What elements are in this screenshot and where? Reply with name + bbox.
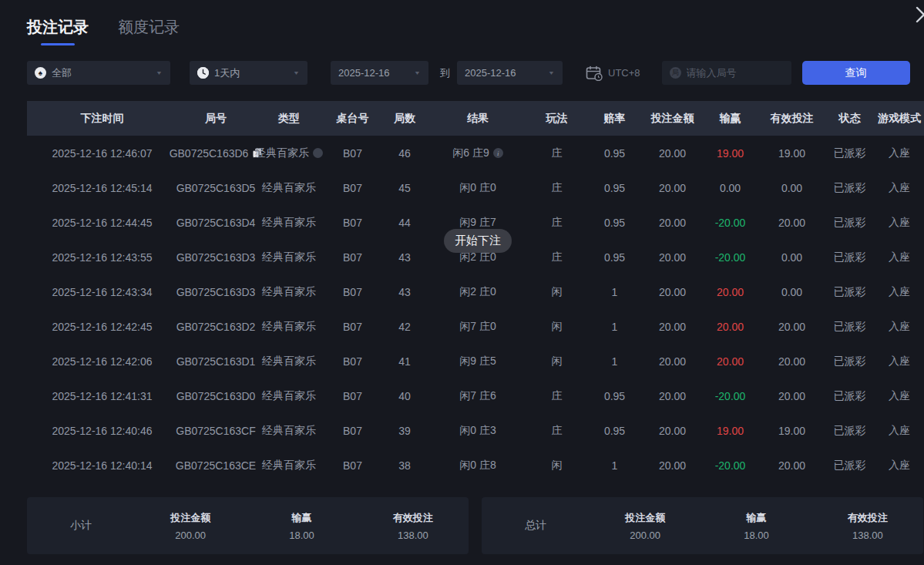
cell-valid-bet: 20.00 (759, 459, 825, 472)
cell-valid-bet: 20.00 (759, 390, 825, 402)
cell-valid-bet: 20.00 (759, 321, 825, 333)
game-type-select[interactable]: ♠ 全部 ▼ (27, 61, 170, 85)
cell-table-no: B07 (324, 217, 381, 229)
cell-game-mode: 入座 (875, 320, 924, 334)
tab-bet-records[interactable]: 投注记录 (27, 17, 89, 45)
cell-win-loss: -20.00 (701, 217, 759, 229)
cell-status: 已派彩 (825, 251, 875, 264)
cell-round-id: GB0725C163D5 (177, 182, 254, 194)
chevron-down-icon: ▼ (156, 70, 163, 76)
subtotal-amount-value: 200.00 (135, 530, 246, 541)
total-amount-value: 200.00 (590, 530, 701, 541)
cell-status: 已派彩 (825, 424, 875, 438)
cell-round-count: 38 (381, 459, 428, 472)
cell-valid-bet: 20.00 (759, 355, 825, 368)
bet-records-table: 下注时间局号类型桌台号局数结果玩法赔率投注金额输赢有效投注状态游戏模式 2025… (27, 101, 924, 483)
table-row: 2025-12-16 12:42:06GB0725C163D1经典百家乐B074… (27, 344, 924, 378)
cell-bet-amount: 20.00 (643, 390, 701, 402)
cell-result: 闲9 庄7 (428, 216, 528, 230)
cell-table-no: B07 (324, 251, 381, 264)
chevron-down-icon: ▼ (548, 70, 555, 76)
column-header: 游戏模式 (875, 112, 924, 126)
cell-game-mode: 入座 (875, 285, 924, 299)
cell-win-loss: 20.00 (701, 321, 759, 333)
cell-game-type: 经典百家乐 (254, 389, 324, 403)
cell-round-id: GB0725C163CF (177, 425, 254, 437)
cell-bet-time: 2025-12-16 12:43:55 (27, 251, 177, 264)
subtotal-title: 小计 (27, 519, 135, 533)
cell-win-loss: -20.00 (701, 251, 759, 264)
cell-bet-amount: 20.00 (643, 147, 701, 160)
cell-bet-amount: 20.00 (643, 251, 701, 264)
tab-bar: 投注记录 额度记录 (0, 0, 924, 45)
cell-round-id: GB0725C163D4 (177, 217, 254, 229)
tab-quota-records[interactable]: 额度记录 (118, 17, 180, 45)
total-valid-label: 有效投注 (812, 511, 923, 525)
table-header-row: 下注时间局号类型桌台号局数结果玩法赔率投注金额输赢有效投注状态游戏模式 (27, 101, 924, 136)
cell-round-count: 39 (381, 425, 428, 437)
cell-bet-time: 2025-12-16 12:43:34 (27, 286, 177, 298)
cell-status: 已派彩 (825, 355, 875, 368)
total-card: 总计 投注金额 200.00 输赢 18.00 有效投注 138.00 (482, 497, 923, 554)
total-amount-label: 投注金额 (590, 511, 701, 525)
cell-game-mode: 入座 (875, 181, 924, 195)
cell-round-count: 46 (381, 147, 428, 160)
column-header: 局号 (177, 112, 254, 126)
clock-icon (197, 67, 209, 79)
cell-round-id: GB0725C163D6 (177, 147, 254, 160)
cell-bet-time: 2025-12-16 12:45:14 (27, 182, 177, 194)
cell-game-type: 经典百家乐 (254, 285, 324, 299)
column-header: 桌台号 (324, 112, 381, 126)
query-button[interactable]: 查询 (802, 61, 910, 85)
summary-bar: 小计 投注金额 200.00 输赢 18.00 有效投注 138.00 总计 投… (27, 497, 924, 554)
round-search-input[interactable] (687, 67, 779, 79)
cell-bet-amount: 20.00 (643, 286, 701, 298)
cell-table-no: B07 (324, 459, 381, 472)
cell-win-loss: 20.00 (701, 355, 759, 368)
time-range-select[interactable]: 1天内 ▼ (190, 61, 307, 85)
cell-odds: 1 (586, 459, 643, 472)
game-type-value: 全部 (52, 66, 72, 80)
cell-win-loss: 19.00 (701, 425, 759, 437)
cell-game-type: 经典百家乐 (254, 146, 324, 160)
date-to-select[interactable]: 2025-12-16 ▼ (457, 61, 563, 85)
cell-bet-amount: 20.00 (643, 425, 701, 437)
cell-bet-amount: 20.00 (643, 217, 701, 229)
cell-odds: 0.95 (586, 147, 643, 160)
subtotal-valid-value: 138.00 (358, 530, 469, 541)
cell-round-id: GB0725C163D2 (177, 321, 254, 333)
total-winloss-label: 输赢 (701, 511, 811, 525)
cell-bet-time: 2025-12-16 12:44:45 (27, 217, 177, 229)
cell-game-mode: 入座 (875, 216, 924, 230)
cell-bet-time: 2025-12-16 12:42:06 (27, 355, 177, 368)
close-icon[interactable] (914, 5, 924, 25)
timezone-value: UTC+8 (608, 67, 640, 79)
cell-play-type: 庄 (528, 424, 586, 438)
cell-result: 闲6 庄9i (428, 146, 528, 160)
cell-odds: 0.95 (586, 182, 643, 194)
cell-valid-bet: 0.00 (759, 182, 825, 194)
round-search-box: 局 (662, 61, 791, 85)
video-icon[interactable] (313, 148, 323, 158)
result-info-icon[interactable]: i (493, 148, 503, 158)
table-row: 2025-12-16 12:45:14GB0725C163D5经典百家乐B074… (27, 170, 924, 205)
date-from-select[interactable]: 2025-12-16 ▼ (331, 61, 428, 85)
cell-odds: 1 (586, 355, 643, 368)
cell-game-mode: 入座 (875, 459, 924, 473)
cell-round-id: GB0725C163D3 (177, 286, 254, 298)
filter-bar: ♠ 全部 ▼ 1天内 ▼ 2025-12-16 ▼ 到 2025-12-16 ▼… (27, 61, 924, 85)
cell-game-mode: 入座 (875, 146, 924, 160)
cell-result: 闲0 庄3 (428, 424, 528, 438)
cell-play-type: 闲 (528, 320, 586, 334)
cell-odds: 0.95 (586, 390, 643, 402)
total-title: 总计 (482, 519, 590, 533)
cell-play-type: 闲 (528, 285, 586, 299)
cell-status: 已派彩 (825, 181, 875, 195)
cell-result: 闲7 庄6 (428, 389, 528, 403)
cell-bet-time: 2025-12-16 12:40:14 (27, 459, 177, 472)
cell-valid-bet: 0.00 (759, 251, 825, 264)
cell-game-type: 经典百家乐 (254, 181, 324, 195)
cell-round-id: GB0725C163D1 (177, 355, 254, 368)
round-badge-icon: 局 (670, 67, 681, 79)
subtotal-winloss-value: 18.00 (246, 530, 357, 541)
